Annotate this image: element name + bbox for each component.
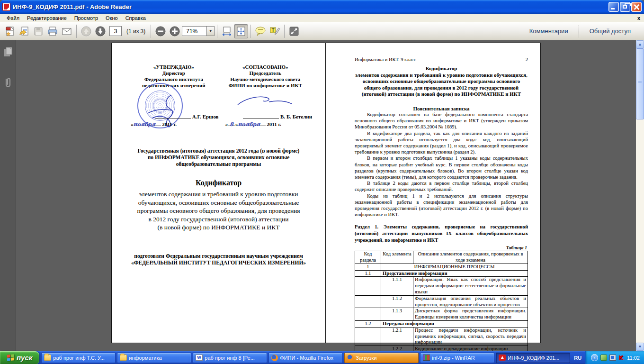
document-view[interactable]: «УТВЕРЖДАЮ» Директор Федерального инстит…	[16, 40, 636, 351]
agreement-line: Научно-методического совета	[219, 76, 312, 82]
fullscreen-button[interactable]	[287, 24, 301, 38]
toolbar-separator	[250, 25, 251, 38]
vertical-scrollbar[interactable]: ▲ ▼	[636, 40, 644, 351]
email-button[interactable]	[60, 24, 74, 38]
zoom-in-button[interactable]	[168, 24, 182, 38]
minimize-button[interactable]	[608, 2, 619, 12]
fit-width-button[interactable]	[220, 24, 234, 38]
table-header-row: Код раздела Код элемента Описание элемен…	[355, 251, 528, 264]
update-tray-icon[interactable]	[600, 355, 607, 361]
previous-page-button[interactable]	[79, 24, 93, 38]
fit-page-icon	[235, 26, 247, 37]
menu-edit[interactable]: Редактирование	[23, 14, 71, 22]
attachments-panel-icon[interactable]	[4, 76, 12, 89]
approval-line: Федерального института	[129, 76, 219, 82]
zoom-out-button[interactable]	[153, 24, 168, 38]
codifier-line: (в новой форме) по ИНФОРМАТИКЕ и ИКТ	[112, 223, 325, 232]
winrar-icon	[423, 355, 430, 361]
next-page-button[interactable]	[93, 24, 107, 38]
approver-name: А.Г. Ершов	[192, 114, 219, 119]
comment-button[interactable]	[253, 24, 268, 38]
zoom-level-value[interactable]: 71%	[182, 26, 206, 36]
toolbar: (1 из 3) 71% ▼	[0, 22, 644, 40]
handwritten-month: ноября	[134, 121, 156, 127]
scrollbar-track[interactable]	[636, 119, 644, 343]
adobe-reader-app-icon	[2, 3, 10, 11]
highlight-text-button[interactable]: T	[268, 24, 282, 38]
table-row: 1.2.2 Кодирование и декодирование информ…	[355, 346, 528, 351]
save-copy-icon	[18, 26, 30, 37]
agreement-block: «СОГЛАСОВАНО» Председатель Научно-методи…	[219, 64, 312, 131]
page-count-label: (1 из 3)	[126, 28, 145, 35]
menu-help[interactable]: Справка	[122, 14, 150, 22]
toolbar-separator	[76, 25, 77, 38]
notification-area: ‹ K 11:02	[585, 351, 644, 364]
section1-heading: Раздел 1. Элементы содержания, проверяем…	[355, 224, 528, 243]
fit-width-icon	[221, 26, 233, 37]
taskbar: пуск раб прог инф Т.С. У... информатика …	[0, 351, 644, 364]
element-code-cell: 1.1.2	[381, 295, 413, 308]
scroll-up-button[interactable]: ▲	[636, 40, 644, 48]
taskbar-item-folder1[interactable]: раб прог инф Т.С. У...	[41, 353, 116, 363]
element-description-cell: Процесс передачи информации, источник и …	[413, 327, 528, 346]
navigation-panel	[0, 40, 16, 351]
page-down-icon	[94, 25, 107, 37]
taskbar-item-folder2[interactable]: информатика	[117, 353, 191, 363]
codifier-line: в 2012 году государственной (итоговой) а…	[112, 215, 325, 224]
document-page-1: «УТВЕРЖДАЮ» Директор Федерального инстит…	[111, 43, 326, 343]
window-title: ИНФ-9_КОДИФ 2011.pdf - Adobe Reader	[13, 3, 608, 10]
prepared-line: подготовлен Федеральным государственным …	[112, 253, 325, 260]
menu-window[interactable]: Окно	[102, 14, 122, 22]
close-document-button[interactable]: x	[637, 15, 640, 21]
codifier-subtitle: элементов содержания и требований к уров…	[112, 190, 325, 232]
minimize-icon	[611, 8, 615, 9]
close-button[interactable]	[631, 2, 642, 12]
fit-page-button[interactable]	[234, 24, 248, 38]
create-pdf-button[interactable]	[3, 24, 17, 38]
taskbar-item-firefox[interactable]: ФИПИ - Mozilla Firefox	[268, 353, 343, 363]
page-number: 2	[526, 57, 528, 62]
print-icon	[47, 26, 58, 37]
title-line: общего образования, для проведения в 201…	[355, 85, 528, 91]
email-icon	[61, 26, 72, 37]
scroll-down-button[interactable]: ▼	[636, 343, 644, 351]
share-panel-button[interactable]: Общий доступ	[579, 27, 641, 35]
signature-line	[155, 114, 191, 118]
taskbar-item-winrar[interactable]: inf-9.zip - WinRAR	[420, 353, 494, 363]
page-number-input[interactable]	[109, 26, 122, 36]
element-code-cell: 1.2.1	[381, 327, 413, 346]
scrollbar-thumb[interactable]	[636, 48, 644, 119]
network-tray-icon[interactable]	[609, 355, 616, 361]
table-row: 1.1.3 Дискретная форма представления инф…	[355, 308, 528, 321]
page-up-icon	[80, 25, 92, 37]
task-buttons: раб прог инф Т.С. У... информатика раб п…	[41, 353, 570, 363]
attestation-line: по ИНФОРМАТИКЕ обучающихся, освоивших ос…	[112, 154, 325, 161]
comments-panel-button[interactable]: Комментарии	[519, 27, 579, 35]
paragraph: В таблице 2 коды даются в первом столбце…	[355, 180, 528, 192]
page2-title: Кодификатор элементов содержания и требо…	[355, 65, 528, 98]
taskbar-item-pdf-active[interactable]: ИНФ-9_КОДИФ 201...	[496, 353, 570, 363]
save-copy-button[interactable]	[17, 24, 31, 38]
taskbar-item-word-doc[interactable]: раб прог инф 8 [Ре...	[193, 353, 267, 363]
explanatory-note-heading: Пояснительная записка	[355, 106, 528, 111]
kaspersky-tray-icon[interactable]: K	[618, 355, 623, 361]
start-button[interactable]: пуск	[0, 351, 39, 364]
hide-icons-chevron-icon[interactable]: ‹	[591, 354, 598, 361]
menu-file[interactable]: Файл	[3, 14, 23, 22]
toolbar-separator	[284, 25, 285, 38]
restore-button[interactable]	[620, 2, 630, 12]
print-button[interactable]	[45, 24, 60, 38]
windows-logo-icon	[7, 354, 14, 362]
menu-view[interactable]: Просмотр	[71, 14, 102, 22]
zoom-dropdown-button[interactable]: ▼	[206, 26, 215, 36]
table-row: 1.2 Передача информации	[355, 320, 528, 327]
empty-cell	[355, 295, 381, 308]
running-header: Информатика и ИКТ. 9 класс	[355, 57, 416, 62]
language-indicator[interactable]: RU	[570, 355, 585, 361]
subsection-code-cell: 1.2	[355, 320, 381, 327]
pages-panel-icon[interactable]	[3, 47, 13, 57]
taskbar-item-downloads[interactable]: Загрузки	[344, 353, 419, 363]
save-button[interactable]	[31, 24, 45, 38]
save-icon	[33, 26, 44, 37]
folder-icon	[120, 355, 127, 361]
